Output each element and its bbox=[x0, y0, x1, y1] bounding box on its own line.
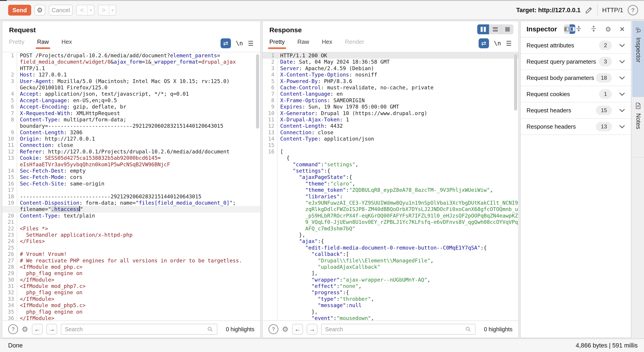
code-line[interactable]: "Drupal\\file\\Element\\ManagedFile", bbox=[262, 257, 518, 264]
code-line[interactable]: boundary=---------------------------2921… bbox=[2, 123, 260, 129]
rail-tab-inspector[interactable]: Inspector bbox=[632, 21, 644, 97]
chevron-down-icon[interactable] bbox=[619, 125, 625, 128]
show-newlines-toggle[interactable]: \n bbox=[494, 40, 501, 47]
tab-raw[interactable]: Raw bbox=[37, 38, 49, 49]
chevron-down-icon[interactable] bbox=[619, 43, 625, 47]
response-editor[interactable]: 1HTTP/1.1 200 OK2Date: Sat, 04 May 2024 … bbox=[262, 52, 518, 320]
tab-render[interactable]: Render bbox=[345, 38, 364, 49]
code-line[interactable]: "theme_token":"ZQDBULqR8_eypZ8eA78_8azcT… bbox=[262, 187, 518, 193]
code-line[interactable]: Gecko/20100101 Firefox/125.0 bbox=[2, 84, 260, 91]
help-icon[interactable]: ? bbox=[628, 5, 638, 15]
editor-menu-icon[interactable]: ☰ bbox=[248, 40, 254, 47]
code-line[interactable]: 24</Files> bbox=[2, 238, 260, 244]
code-line[interactable]: "event":"mousedown", bbox=[262, 315, 518, 320]
tab-raw[interactable]: Raw bbox=[297, 38, 309, 49]
send-button[interactable]: Send bbox=[8, 5, 31, 15]
search-next-button[interactable]: → bbox=[307, 324, 318, 335]
code-line[interactable]: { bbox=[262, 155, 518, 161]
word-wrap-toggle[interactable]: ⇄ bbox=[220, 38, 231, 48]
code-line[interactable]: "command":"settings", bbox=[262, 161, 518, 168]
code-line[interactable]: 16[ bbox=[262, 149, 518, 155]
code-line[interactable]: 9Expires: Sun, 19 Nov 1978 05:00:00 GMT bbox=[262, 104, 518, 110]
code-line[interactable]: 14Content-Type: application/json bbox=[262, 136, 518, 142]
chevron-down-icon[interactable] bbox=[619, 92, 625, 96]
chevron-down-icon[interactable] bbox=[619, 60, 625, 63]
inspector-section-request-attributes[interactable]: Request attributes2 bbox=[520, 37, 631, 54]
cancel-button[interactable]: Cancel bbox=[49, 5, 73, 15]
request-editor[interactable]: 1POST /Projects/drupal-10.2.6/media/add/… bbox=[2, 52, 260, 320]
code-line[interactable]: 21 bbox=[2, 219, 260, 225]
code-line[interactable]: "libraries": bbox=[262, 193, 518, 200]
inspector-section-request-body-parameters[interactable]: Request body parameters18 bbox=[520, 70, 631, 86]
prev-dropdown-icon[interactable]: ▼ bbox=[87, 5, 94, 15]
code-line[interactable]: AFQ_c7md3shm7bQ" bbox=[262, 225, 518, 232]
code-line[interactable]: 13Cookie: SESS05d4275ca1538832b5ab92000b… bbox=[2, 155, 260, 161]
code-line[interactable]: 15Sec-Fetch-Mode: cors bbox=[2, 174, 260, 180]
code-line[interactable]: 2Host: 127.0.0.1 bbox=[2, 72, 260, 78]
code-line[interactable]: 3User-Agent: Mozilla/5.0 (Macintosh; Int… bbox=[2, 78, 260, 84]
code-line[interactable]: }, bbox=[262, 232, 518, 238]
code-line[interactable]: 1POST /Projects/drupal-10.2.6/media/add/… bbox=[2, 52, 260, 59]
layout-columns-button[interactable] bbox=[477, 24, 489, 34]
code-line[interactable]: 9Content-Length: 3206 bbox=[2, 129, 260, 136]
code-line[interactable]: 8Content-Type: multipart/form-data; bbox=[2, 116, 260, 123]
code-line[interactable]: "effect":"none", bbox=[262, 283, 518, 289]
code-line[interactable]: 13Connection: close bbox=[262, 129, 518, 136]
code-line[interactable]: 7Content-language: en bbox=[262, 91, 518, 97]
search-prev-button[interactable]: ← bbox=[292, 324, 303, 335]
code-line[interactable]: "edit-field-media-document-0-remove-butt… bbox=[262, 245, 518, 251]
code-line[interactable]: 8X-Frame-Options: SAMEORIGIN bbox=[262, 97, 518, 104]
inspector-section-request-headers[interactable]: Request headers15 bbox=[520, 102, 631, 119]
close-icon[interactable]: ✕ bbox=[619, 25, 625, 33]
chevron-down-icon[interactable] bbox=[619, 109, 625, 112]
tab-pretty[interactable]: Pretty bbox=[269, 38, 285, 49]
code-line[interactable]: 11X-Drupal-Ajax-Token: 1 bbox=[262, 116, 518, 123]
send-settings-button[interactable]: ⚙ bbox=[34, 5, 45, 15]
code-line[interactable]: 36</IfModule> bbox=[2, 315, 260, 320]
search-settings-icon[interactable]: ⚙ bbox=[282, 325, 288, 334]
code-line[interactable]: 14Sec-Fetch-Dest: empty bbox=[2, 168, 260, 174]
response-scrollbar[interactable] bbox=[514, 54, 517, 111]
code-line[interactable]: 9_VQqLf0-JjUEwn8U1ov0EY_rZPBLJ1Yc7KLFsfq… bbox=[262, 219, 518, 225]
code-line[interactable]: 27# We reactivate PHP engines for all ve… bbox=[2, 257, 260, 264]
code-line[interactable]: "settings":{ bbox=[262, 168, 518, 174]
tab-pretty[interactable]: Pretty bbox=[9, 38, 24, 49]
code-line[interactable]: 10Origin: http://127.0.0.1 bbox=[2, 136, 260, 142]
code-line[interactable]: 4X-Content-Type-Options: nosniff bbox=[262, 72, 518, 78]
request-scrollbar[interactable] bbox=[256, 54, 259, 129]
code-line[interactable]: 12Content-Length: 4432 bbox=[262, 123, 518, 129]
code-line[interactable]: 32 php_flag engine on bbox=[2, 289, 260, 296]
tab-hex[interactable]: Hex bbox=[322, 38, 332, 49]
next-request-button[interactable]: > ▼ bbox=[98, 5, 116, 15]
code-line[interactable]: }, bbox=[262, 309, 518, 315]
code-line[interactable]: 5Accept-Language: en-US,en;q=0.5 bbox=[2, 97, 260, 104]
code-line[interactable]: 11Connection: close bbox=[2, 142, 260, 148]
code-line[interactable]: 5X-Powered-By: PHP/8.3.6 bbox=[262, 78, 518, 84]
code-line[interactable]: 29 php_flag engine on bbox=[2, 270, 260, 276]
code-line[interactable]: 3Server: Apache/2.4.59 (Debian) bbox=[262, 65, 518, 72]
code-line[interactable]: 35 php_flag engine on bbox=[2, 309, 260, 315]
search-help-icon[interactable]: ? bbox=[268, 324, 278, 334]
code-line[interactable]: eIsHfaaETVr3av95yvbqQhzn0kom1P5wPcNSqB2V… bbox=[2, 161, 260, 168]
code-line[interactable]: 28<IfModule mod_php.c> bbox=[2, 264, 260, 270]
search-next-button[interactable]: → bbox=[46, 324, 57, 335]
inspector-settings-icon[interactable]: ⚙ bbox=[605, 25, 611, 33]
tab-hex[interactable]: Hex bbox=[62, 38, 72, 49]
code-line[interactable]: 30</IfModule> bbox=[2, 277, 260, 283]
chevron-down-icon[interactable] bbox=[619, 76, 625, 80]
rail-tab-notes[interactable]: Notes bbox=[632, 97, 644, 158]
inspector-section-response-headers[interactable]: Response headers13 bbox=[520, 119, 631, 135]
code-line[interactable]: 1HTTP/1.1 200 OK bbox=[262, 52, 518, 59]
edit-target-icon[interactable] bbox=[585, 6, 593, 14]
code-line[interactable]: 34<IfModule mod_php5.c> bbox=[2, 302, 260, 309]
code-line[interactable]: "ajax":{ bbox=[262, 238, 518, 244]
dock-right-button[interactable] bbox=[570, 24, 575, 34]
code-line[interactable]: 4Accept: application/json, text/javascri… bbox=[2, 91, 260, 97]
layout-rows-button[interactable] bbox=[489, 24, 501, 34]
word-wrap-toggle[interactable]: ⇄ bbox=[478, 38, 489, 48]
search-help-icon[interactable]: ? bbox=[8, 324, 18, 334]
code-line[interactable]: 15 bbox=[262, 142, 518, 148]
code-line[interactable]: "uploadAjaxCallback" bbox=[262, 264, 518, 270]
inspector-section-request-query-parameters[interactable]: Request query parameters3 bbox=[520, 54, 631, 70]
code-line[interactable]: zqRlkgDdlcFWZoISJP8-ZM40dBBQoOrbX7DYsLJ2… bbox=[262, 206, 518, 212]
